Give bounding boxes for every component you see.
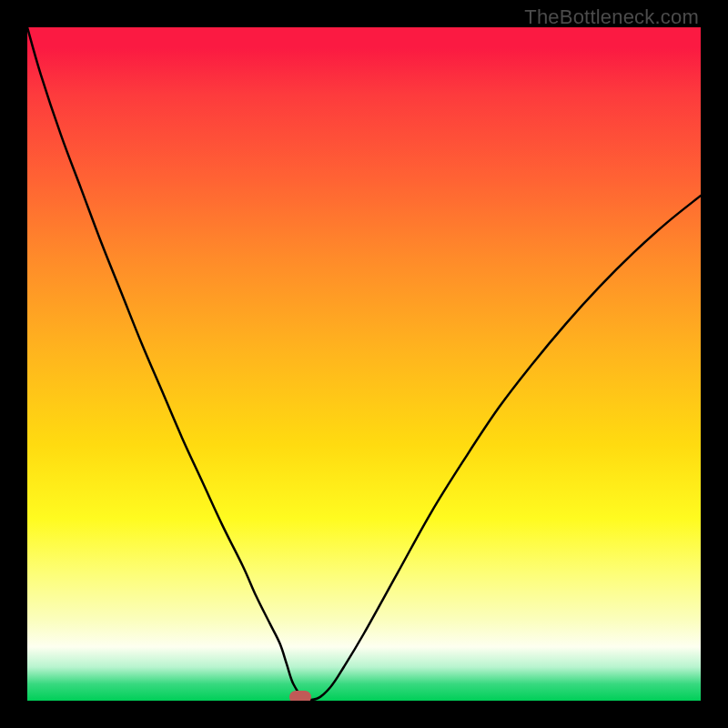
watermark-text: TheBottleneck.com — [524, 5, 699, 29]
chart-frame: TheBottleneck.com — [0, 0, 728, 728]
minimum-marker — [289, 691, 311, 701]
curve-svg — [27, 27, 701, 701]
plot-area — [27, 27, 701, 701]
bottleneck-curve — [27, 27, 701, 700]
